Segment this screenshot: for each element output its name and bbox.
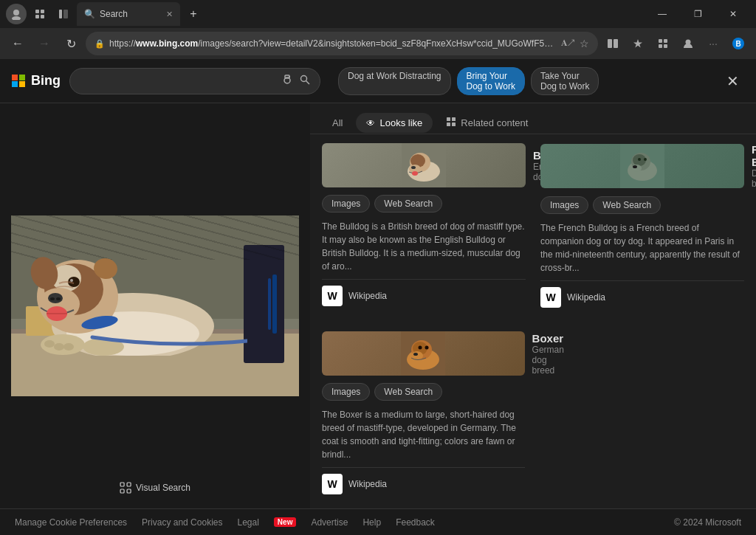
bing-copilot-icon[interactable]: B — [726, 32, 750, 55]
svg-point-33 — [70, 279, 73, 282]
legal-link[interactable]: Legal — [237, 517, 258, 528]
result-header-frenchie: French Bulldog Dog breed — [540, 143, 744, 189]
address-bar-icons: 𝐀↗ ☆ — [561, 38, 589, 49]
boxer-subtitle: German dog breed — [532, 345, 564, 376]
svg-rect-48 — [447, 122, 450, 126]
svg-rect-4 — [35, 15, 39, 18]
tab-close-button[interactable]: ✕ — [166, 10, 173, 19]
svg-point-38 — [44, 340, 55, 348]
svg-rect-6 — [59, 10, 62, 18]
frenchie-images-button[interactable]: Images — [540, 196, 588, 214]
chip-bring-dog-to-work[interactable]: Bring YourDog to Work — [457, 67, 525, 95]
left-image-panel: Visual Search — [0, 103, 310, 508]
svg-point-1 — [12, 16, 21, 20]
boxer-wiki-icon: W — [322, 474, 343, 494]
close-panel-button[interactable]: ✕ — [721, 69, 744, 93]
frenchie-actions: Images Web Search — [540, 196, 744, 214]
nav-right-actions: ··· B — [601, 32, 750, 55]
svg-rect-13 — [664, 44, 667, 48]
boxer-wiki-label: Wikipedia — [348, 479, 387, 489]
help-link[interactable]: Help — [362, 517, 381, 528]
split-screen-icon[interactable] — [601, 32, 625, 55]
active-tab[interactable]: 🔍 Search ✕ — [77, 2, 180, 26]
bing-logo[interactable]: Bing — [12, 73, 61, 89]
extensions-icon[interactable]: ··· — [701, 32, 725, 55]
svg-point-63 — [638, 158, 641, 161]
sidebar-icon[interactable] — [53, 4, 74, 24]
tab-all[interactable]: All — [322, 113, 353, 133]
bulldog-wikipedia-link[interactable]: W Wikipedia — [322, 286, 526, 306]
svg-rect-19 — [289, 76, 290, 77]
frenchie-web-search-button[interactable]: Web Search — [593, 196, 661, 214]
tab-looks-like[interactable]: 👁 Looks like — [356, 113, 433, 133]
feedback-link[interactable]: Feedback — [396, 517, 435, 528]
search-input[interactable] — [79, 75, 275, 87]
close-button[interactable]: ✕ — [716, 2, 750, 26]
bookmark-icon[interactable]: ☆ — [580, 38, 589, 49]
svg-rect-47 — [452, 117, 456, 121]
svg-text:B: B — [735, 40, 740, 48]
minimize-button[interactable]: — — [645, 2, 679, 26]
result-header-bulldog: Bulldog English dog breed — [322, 143, 526, 187]
favorites-icon[interactable] — [626, 32, 650, 55]
manage-cookies-link[interactable]: Manage Cookie Preferences — [15, 517, 127, 528]
lock-icon: 🔒 — [94, 39, 105, 49]
visual-search-button[interactable]: Visual Search — [120, 482, 190, 494]
bulldog-thumbnail[interactable] — [322, 143, 526, 187]
chip-dog-work-distracting[interactable]: Dog at Work Distracting — [338, 67, 451, 95]
privacy-link[interactable]: Privacy and Cookies — [142, 517, 222, 528]
bulldog-web-search-button[interactable]: Web Search — [374, 195, 442, 213]
restore-button[interactable]: ❐ — [681, 2, 715, 26]
new-badge: New — [274, 517, 297, 527]
search-submit-icon[interactable] — [299, 74, 311, 89]
bulldog-images-button[interactable]: Images — [322, 195, 370, 213]
address-bar[interactable]: 🔒 https://www.bing.com/images/search?vie… — [86, 32, 598, 55]
french-bulldog-wikipedia-link[interactable]: W Wikipedia — [540, 287, 744, 308]
footer: Manage Cookie Preferences Privacy and Co… — [0, 508, 756, 535]
bulldog-wiki-label: Wikipedia — [348, 291, 387, 301]
boxer-web-search-button[interactable]: Web Search — [374, 383, 442, 401]
bing-logo-text: Bing — [31, 73, 61, 89]
read-mode-icon[interactable]: 𝐀↗ — [561, 38, 575, 49]
svg-rect-3 — [41, 10, 44, 13]
boxer-wikipedia-link[interactable]: W Wikipedia — [322, 474, 525, 494]
svg-point-39 — [54, 343, 64, 351]
tab-all-label: All — [332, 117, 343, 128]
chip-take-dog-to-work[interactable]: Take YourDog to Work — [531, 67, 599, 95]
boxer-images-button[interactable]: Images — [322, 383, 370, 401]
french-bulldog-description: The French Bulldog is a French breed of … — [540, 221, 744, 281]
camera-search-icon[interactable] — [281, 74, 293, 88]
forward-button[interactable]: → — [32, 32, 56, 55]
svg-point-72 — [425, 346, 429, 350]
new-tab-button[interactable]: + — [183, 4, 204, 24]
tab-favicon: 🔍 — [84, 9, 95, 19]
tabs-bar: All 👁 Looks like Related content — [310, 103, 756, 134]
svg-rect-5 — [41, 15, 44, 18]
collections-icon[interactable] — [651, 32, 675, 55]
refresh-button[interactable]: ↻ — [59, 32, 83, 55]
french-bulldog-thumbnail[interactable] — [540, 144, 744, 188]
frenchie-wiki-label: Wikipedia — [567, 292, 605, 303]
svg-point-20 — [301, 75, 307, 81]
tab-related-content-label: Related content — [461, 117, 528, 128]
tab-manager-icon[interactable] — [30, 4, 50, 24]
svg-rect-9 — [614, 39, 618, 48]
back-button[interactable]: ← — [6, 32, 30, 55]
tab-related-content[interactable]: Related content — [436, 112, 538, 134]
profile-button[interactable] — [676, 32, 700, 55]
search-box[interactable] — [69, 68, 320, 94]
visual-search-label: Visual Search — [136, 483, 190, 493]
result-card-boxer: Boxer German dog breed Images Web Search… — [322, 331, 525, 494]
header-chips: Dog at Work Distracting Bring YourDog to… — [338, 67, 599, 95]
svg-rect-49 — [452, 122, 456, 126]
svg-rect-12 — [659, 44, 662, 48]
profile-icon[interactable] — [6, 4, 27, 24]
frenchie-wiki-icon: W — [540, 287, 561, 308]
visual-search-icon — [120, 482, 131, 494]
svg-point-56 — [412, 171, 418, 176]
bing-header: Bing Dog at Work Distracting Bring YourD… — [0, 59, 756, 103]
svg-rect-42 — [120, 483, 124, 486]
advertise-link[interactable]: Advertise — [311, 517, 348, 528]
boxer-thumbnail[interactable] — [322, 331, 525, 376]
result-card-bulldog: Bulldog English dog breed Images Web Sea… — [322, 143, 526, 308]
